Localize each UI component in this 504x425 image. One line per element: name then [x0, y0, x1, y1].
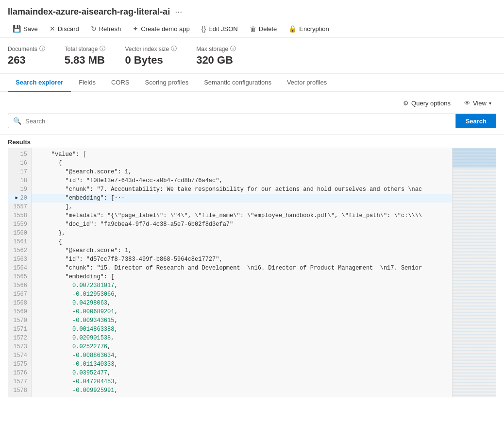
code-line: -0.012953066,	[32, 290, 452, 299]
line-num: 1562	[8, 246, 31, 255]
line-num: 1568	[8, 299, 31, 307]
code-line: ],	[32, 203, 452, 211]
line-num: 17	[8, 168, 31, 176]
search-area: ⚙ Query options 👁 View ▾ 🔍 Search	[0, 92, 504, 135]
results-label: Results	[8, 138, 496, 146]
line-num: 1578	[8, 386, 31, 395]
search-icon: 🔍	[13, 117, 21, 125]
code-line: 0.03952477,	[32, 369, 452, 377]
line-num: 1573	[8, 342, 31, 351]
encryption-icon: 🔒	[288, 25, 297, 33]
refresh-button[interactable]: ↻ Refresh	[86, 23, 126, 34]
code-line: "value": [	[32, 150, 452, 159]
code-line: 0.04298063,	[32, 299, 452, 307]
stat-documents: Documents ⓘ 263	[8, 45, 45, 67]
code-line: "metadata": "{\"page_label\": \"4\", \"f…	[32, 211, 452, 220]
tab-cors[interactable]: CORS	[103, 74, 137, 92]
minimap-content	[453, 148, 496, 397]
edit-json-button[interactable]: {} Edit JSON	[197, 23, 243, 34]
line-num: 1576	[8, 369, 31, 377]
code-line: "@search.score": 1,	[32, 246, 452, 255]
discard-icon: ✕	[50, 25, 55, 33]
tab-search-explorer[interactable]: Search explorer	[8, 74, 71, 92]
line-num: 1560	[8, 229, 31, 238]
code-line: 0.0072381017,	[32, 281, 452, 290]
page-title: llamaindex-azure-aisearch-rag-literal-ai	[8, 7, 170, 17]
code-line: "chunk": "7. Accountability: We take res…	[32, 185, 452, 194]
line-num: 15	[8, 150, 31, 159]
line-num: 1570	[8, 316, 31, 325]
code-line: -0.009925991,	[32, 386, 452, 395]
discard-button[interactable]: ✕ Discard	[45, 23, 84, 34]
code-line: "chunk": "15. Director of Research and D…	[32, 264, 452, 272]
code-line: -0.011340333,	[32, 360, 452, 369]
line-num: 1561	[8, 238, 31, 246]
code-line: -0.047204453,	[32, 377, 452, 386]
create-demo-icon: ✦	[133, 25, 138, 33]
code-line: "@search.score": 1,	[32, 168, 452, 176]
code-line: "doc_id": "fa9cbea4-9f7d-4c38-a5e7-6b02f…	[32, 220, 452, 229]
code-view: 1516171819▶20155715581559156015611562156…	[8, 148, 496, 397]
code-line: -0.000689201,	[32, 307, 452, 316]
vector-index-info-icon[interactable]: ⓘ	[171, 45, 177, 53]
line-num: 1567	[8, 290, 31, 299]
chevron-down-icon: ▾	[489, 101, 491, 106]
stats-bar: Documents ⓘ 263 Total storage ⓘ 5.83 MB …	[0, 38, 504, 74]
view-button[interactable]: 👁 View ▾	[459, 98, 496, 109]
total-storage-info-icon[interactable]: ⓘ	[100, 45, 105, 53]
code-line: 0.02522776,	[32, 342, 452, 351]
line-num: 1563	[8, 255, 31, 264]
query-options-button[interactable]: ⚙ Query options	[398, 98, 455, 109]
code-content[interactable]: "value": [ { "@search.score": 1, "id": "…	[32, 148, 452, 397]
code-line: "id": "f08e13e7-643d-4ecc-a0b4-7cd8b776a…	[32, 176, 452, 185]
stat-vector-index-size: Vector index size ⓘ 0 Bytes	[125, 45, 177, 67]
max-storage-info-icon[interactable]: ⓘ	[230, 45, 236, 53]
search-button[interactable]: Search	[456, 114, 496, 128]
code-line: -0.009343615,	[32, 316, 452, 325]
expand-arrow-icon[interactable]: ▶	[16, 194, 18, 203]
code-line: "embedding": [···	[32, 194, 452, 203]
tab-vector-profiles[interactable]: Vector profiles	[279, 74, 335, 92]
stat-total-storage: Total storage ⓘ 5.83 MB	[65, 45, 106, 67]
code-line: "id": "d57cc7f8-7383-499f-b868-5964c8e17…	[32, 255, 452, 264]
line-num: 1569	[8, 307, 31, 316]
save-icon: 💾	[13, 25, 21, 33]
code-line: 0.0014863388,	[32, 325, 452, 334]
delete-button[interactable]: 🗑 Delete	[245, 23, 282, 34]
more-options-icon[interactable]: ···	[175, 7, 182, 17]
tab-semantic-configurations[interactable]: Semantic configurations	[196, 74, 279, 92]
line-num: 16	[8, 159, 31, 168]
documents-info-icon[interactable]: ⓘ	[39, 45, 45, 53]
line-num: 1558	[8, 211, 31, 220]
line-num: 1571	[8, 325, 31, 334]
edit-json-icon: {}	[202, 25, 206, 33]
line-numbers: 1516171819▶20155715581559156015611562156…	[8, 148, 32, 397]
stat-max-storage: Max storage ⓘ 320 GB	[196, 45, 236, 67]
gear-icon: ⚙	[403, 100, 409, 107]
search-input[interactable]	[25, 118, 451, 125]
refresh-icon: ↻	[91, 25, 97, 33]
line-num: 1559	[8, 220, 31, 229]
code-line: {	[32, 238, 452, 246]
minimap	[452, 148, 496, 397]
code-line: -0.008863634,	[32, 351, 452, 360]
line-num: 1575	[8, 360, 31, 369]
line-num: 1565	[8, 272, 31, 281]
code-line: {	[32, 159, 452, 168]
create-demo-button[interactable]: ✦ Create demo app	[128, 23, 194, 34]
line-num: 19	[8, 185, 31, 194]
tab-scoring-profiles[interactable]: Scoring profiles	[137, 74, 197, 92]
code-line: "embedding": [	[32, 272, 452, 281]
line-num: 1564	[8, 264, 31, 272]
save-button[interactable]: 💾 Save	[8, 23, 43, 34]
delete-icon: 🗑	[250, 25, 256, 33]
line-num: ▶20	[8, 194, 31, 203]
minimap-highlight	[453, 148, 496, 168]
tab-fields[interactable]: Fields	[71, 74, 103, 92]
line-num: 18	[8, 176, 31, 185]
nav-tabs: Search explorer Fields CORS Scoring prof…	[0, 74, 504, 92]
encryption-button[interactable]: 🔒 Encryption	[284, 23, 334, 34]
line-num: 1574	[8, 351, 31, 360]
code-line: 0.020901538,	[32, 334, 452, 342]
line-num: 1566	[8, 281, 31, 290]
